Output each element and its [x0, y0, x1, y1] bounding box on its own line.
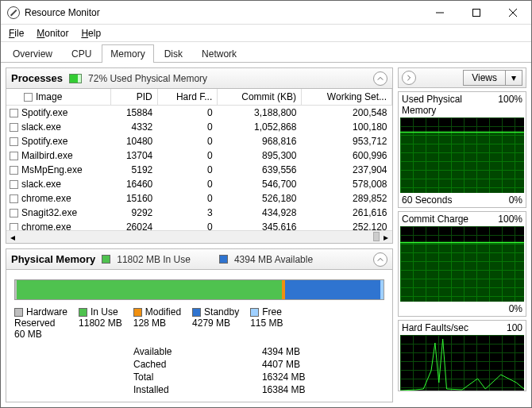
col-hardfaults[interactable]: Hard F...	[157, 89, 218, 106]
graph-used-memory: Used Physical Memory100% 60 Seconds0%	[398, 91, 526, 208]
row-checkbox[interactable]	[10, 152, 18, 160]
table-row[interactable]: Mailbird.exe137040895,300600,996	[6, 148, 392, 163]
available-swatch-icon	[219, 255, 228, 264]
table-row[interactable]: slack.exe164600546,700578,008	[6, 177, 392, 191]
views-dropdown-icon[interactable]: ▾	[505, 71, 522, 85]
table-row[interactable]: slack.exe433201,052,868100,180	[6, 120, 392, 134]
title-bar: Resource Monitor	[1, 1, 531, 25]
table-row[interactable]: chrome.exe260240345,616252,120	[6, 220, 392, 230]
memory-legend: HardwareReserved60 MB In Use11802 MB Mod…	[14, 306, 384, 340]
tab-memory[interactable]: Memory	[102, 44, 153, 63]
scroll-right-icon[interactable]: ▸	[380, 231, 392, 243]
row-checkbox[interactable]	[10, 180, 18, 189]
menu-monitor[interactable]: Monitor	[32, 26, 73, 40]
row-checkbox[interactable]	[10, 109, 18, 117]
processes-header[interactable]: Processes 72% Used Physical Memory	[6, 68, 392, 89]
row-checkbox[interactable]	[10, 137, 18, 146]
row-checkbox[interactable]	[10, 123, 18, 132]
row-checkbox[interactable]	[10, 194, 18, 203]
graph-hard-faults: Hard Faults/sec100	[398, 320, 526, 391]
physical-memory-panel: Physical Memory 11802 MB In Use 4394 MB …	[6, 248, 393, 402]
processes-panel: Processes 72% Used Physical Memory Image…	[6, 67, 393, 244]
row-checkbox[interactable]	[10, 209, 18, 217]
processes-table-wrapper[interactable]: Image PID Hard F... Commit (KB) Working …	[6, 89, 392, 230]
graph-commit-charge: Commit Charge100% 0%	[398, 211, 526, 317]
menu-help[interactable]: Help	[76, 26, 106, 40]
col-image[interactable]: Image	[6, 89, 111, 106]
table-row[interactable]: MsMpEng.exe51920639,556237,904	[6, 163, 392, 177]
tab-disk[interactable]: Disk	[156, 44, 191, 63]
legend-standby: Standby4279 MB	[192, 306, 239, 340]
scroll-thumb[interactable]	[373, 232, 380, 241]
legend-modified: Modified128 MB	[133, 306, 181, 340]
window-title: Resource Monitor	[25, 7, 422, 18]
table-row[interactable]: Spotify.exe1588403,188,800200,548	[6, 106, 392, 121]
menu-file[interactable]: File	[4, 26, 29, 40]
col-pid[interactable]: PID	[111, 89, 158, 106]
horizontal-scrollbar[interactable]: ◂ ▸	[6, 230, 392, 243]
col-commit[interactable]: Commit (KB)	[218, 89, 302, 106]
maximize-button[interactable]	[458, 1, 495, 24]
tab-cpu[interactable]: CPU	[63, 44, 100, 63]
right-panel-header: Views ▾	[398, 67, 526, 88]
collapse-processes-icon[interactable]	[373, 71, 387, 86]
collapse-physmem-icon[interactable]	[373, 252, 387, 267]
views-label: Views	[464, 72, 505, 83]
legend-hardware: HardwareReserved60 MB	[14, 306, 67, 340]
views-button[interactable]: Views ▾	[463, 70, 522, 86]
memory-usage-bar-icon	[69, 74, 82, 83]
col-workingset[interactable]: Working Set...	[301, 89, 391, 106]
available-text: 4394 MB Available	[234, 254, 313, 265]
legend-free: Free115 MB	[250, 306, 283, 340]
tab-network[interactable]: Network	[193, 44, 245, 63]
processes-title: Processes	[11, 72, 63, 84]
physical-memory-title: Physical Memory	[11, 253, 95, 265]
tab-overview[interactable]: Overview	[4, 44, 61, 63]
inuse-swatch-icon	[102, 255, 110, 264]
app-icon	[7, 6, 20, 19]
close-button[interactable]	[495, 1, 531, 24]
row-checkbox[interactable]	[10, 166, 18, 175]
legend-inuse: In Use11802 MB	[79, 306, 122, 340]
table-row[interactable]: chrome.exe151600526,180289,852	[6, 191, 392, 206]
tab-bar: Overview CPU Memory Disk Network	[1, 42, 531, 63]
scroll-left-icon[interactable]: ◂	[6, 231, 19, 243]
memory-allocation-bar	[14, 279, 384, 300]
physical-memory-header[interactable]: Physical Memory 11802 MB In Use 4394 MB …	[6, 249, 392, 270]
processes-table: Image PID Hard F... Commit (KB) Working …	[6, 89, 392, 230]
table-row[interactable]: Snagit32.exe92923434,928261,616	[6, 206, 392, 220]
expand-right-icon[interactable]	[402, 71, 416, 85]
minimize-button[interactable]	[422, 1, 458, 24]
inuse-text: 11802 MB In Use	[117, 254, 191, 265]
svg-rect-1	[473, 9, 480, 16]
memory-stats: Available4394 MB Cached4407 MB Total1632…	[133, 346, 384, 395]
row-checkbox[interactable]	[10, 223, 18, 230]
select-all-checkbox[interactable]	[24, 93, 33, 102]
memory-usage-text: 72% Used Physical Memory	[88, 73, 207, 84]
menu-bar: File Monitor Help	[1, 25, 531, 42]
table-row[interactable]: Spotify.exe104800968,816953,712	[6, 134, 392, 148]
